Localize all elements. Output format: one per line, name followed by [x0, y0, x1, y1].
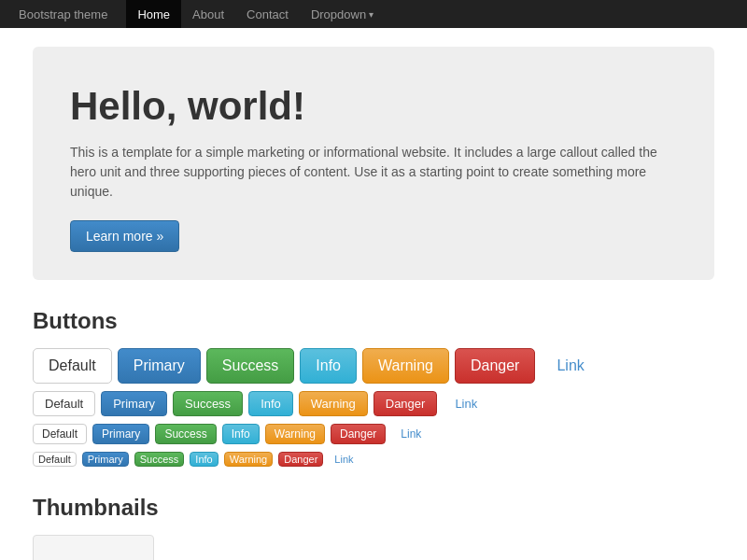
- buttons-section: Buttons Default Primary Success Info War…: [33, 308, 714, 467]
- btn-danger-xs[interactable]: Danger: [278, 452, 323, 467]
- thumbnails-section: Thumbnails 200x200: [33, 495, 714, 560]
- button-row-small: Default Primary Success Info Warning Dan…: [33, 424, 714, 444]
- btn-warning-md[interactable]: Warning: [299, 391, 368, 416]
- hero-unit: Hello, world! This is a template for a s…: [33, 47, 714, 280]
- btn-success-xs[interactable]: Success: [134, 452, 185, 467]
- btn-danger-sm[interactable]: Danger: [331, 424, 386, 444]
- btn-link-md[interactable]: Link: [443, 391, 489, 416]
- chevron-down-icon: ▾: [369, 9, 374, 20]
- button-row-large: Default Primary Success Info Warning Dan…: [33, 348, 714, 384]
- btn-primary-lg[interactable]: Primary: [118, 348, 201, 384]
- btn-default-lg[interactable]: Default: [33, 348, 112, 384]
- nav-item-contact[interactable]: Contact: [235, 0, 300, 28]
- btn-info-md[interactable]: Info: [248, 391, 293, 416]
- navbar: Bootstrap theme Home About Contact Dropd…: [0, 0, 747, 28]
- btn-success-sm[interactable]: Success: [155, 424, 216, 444]
- btn-primary-xs[interactable]: Primary: [82, 452, 129, 467]
- btn-warning-sm[interactable]: Warning: [265, 424, 325, 444]
- btn-default-sm[interactable]: Default: [33, 424, 87, 444]
- btn-info-sm[interactable]: Info: [222, 424, 260, 444]
- thumbnails-section-title: Thumbnails: [33, 495, 714, 521]
- btn-info-xs[interactable]: Info: [190, 452, 218, 467]
- btn-success-md[interactable]: Success: [173, 391, 243, 416]
- btn-default-md[interactable]: Default: [33, 391, 95, 416]
- btn-success-lg[interactable]: Success: [206, 348, 294, 384]
- btn-link-xs[interactable]: Link: [329, 452, 359, 467]
- nav-item-dropdown[interactable]: Dropdown ▾: [300, 0, 385, 28]
- btn-danger-lg[interactable]: Danger: [455, 348, 535, 384]
- btn-info-lg[interactable]: Info: [300, 348, 357, 384]
- btn-warning-xs[interactable]: Warning: [224, 452, 274, 467]
- btn-link-lg[interactable]: Link: [541, 348, 599, 384]
- main-container: Hello, world! This is a template for a s…: [19, 28, 728, 560]
- btn-primary-sm[interactable]: Primary: [92, 424, 149, 444]
- nav-items: Home About Contact Dropdown ▾: [126, 0, 385, 28]
- buttons-section-title: Buttons: [33, 308, 714, 334]
- button-row-xsmall: Default Primary Success Info Warning Dan…: [33, 452, 714, 467]
- nav-item-about[interactable]: About: [181, 0, 235, 28]
- hero-description: This is a template for a simple marketin…: [70, 143, 677, 202]
- hero-title: Hello, world!: [70, 84, 677, 129]
- thumbnail-item[interactable]: 200x200: [33, 535, 154, 560]
- btn-default-xs[interactable]: Default: [33, 452, 77, 467]
- nav-item-home[interactable]: Home: [126, 0, 181, 28]
- button-row-medium: Default Primary Success Info Warning Dan…: [33, 391, 714, 416]
- btn-primary-md[interactable]: Primary: [101, 391, 167, 416]
- btn-danger-md[interactable]: Danger: [374, 391, 438, 416]
- navbar-brand[interactable]: Bootstrap theme: [19, 7, 107, 21]
- btn-link-sm[interactable]: Link: [391, 424, 430, 444]
- hero-cta-button[interactable]: Learn more »: [70, 220, 179, 252]
- btn-warning-lg[interactable]: Warning: [362, 348, 449, 384]
